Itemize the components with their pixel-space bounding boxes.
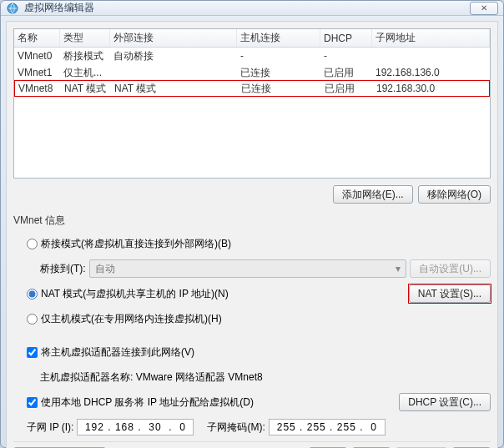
vmnet-info-label: VMnet 信息: [13, 214, 491, 228]
cell: VMnet8: [15, 83, 61, 94]
app-icon: [6, 2, 19, 15]
attach-adapter-label[interactable]: 将主机虚拟适配器连接到此网络(V): [41, 345, 194, 360]
bridged-radio[interactable]: [27, 239, 38, 249]
cell: 已连接: [237, 66, 320, 80]
attach-adapter-row: 将主机虚拟适配器连接到此网络(V): [13, 343, 491, 361]
add-network-button[interactable]: 添加网络(E)...: [333, 185, 413, 204]
cell: NAT 模式: [61, 82, 111, 96]
col-type[interactable]: 类型: [60, 29, 110, 47]
network-table: 名称 类型 外部连接 主机连接 DHCP 子网地址 VMnet0 桥接模式 自动…: [13, 28, 491, 179]
chevron-down-icon: ▾: [396, 263, 401, 274]
subnet-ip-label: 子网 IP (I):: [27, 420, 73, 435]
col-ext[interactable]: 外部连接: [110, 29, 237, 47]
col-dhcp[interactable]: DHCP: [320, 29, 372, 47]
use-dhcp-checkbox[interactable]: [27, 397, 38, 408]
table-header: 名称 类型 外部连接 主机连接 DHCP 子网地址: [14, 29, 490, 48]
bridged-to-row: 桥接到(T): 自动 ▾ 自动设置(U)...: [13, 259, 491, 278]
window-title: 虚拟网络编辑器: [24, 1, 470, 15]
cell: 自动桥接: [110, 49, 237, 63]
use-dhcp-label[interactable]: 使用本地 DHCP 服务将 IP 地址分配给虚拟机(D): [41, 395, 254, 410]
footer-buttons: 恢复默认设置(R) 确定 取消 应用(A) 帮助: [13, 441, 491, 448]
adapter-name-row: 主机虚拟适配器名称: VMware 网络适配器 VMnet8: [13, 368, 491, 386]
cell: VMnet1: [14, 67, 60, 78]
subnet-mask-input[interactable]: [269, 419, 386, 435]
cell: NAT 模式: [111, 82, 238, 96]
use-dhcp-row: 使用本地 DHCP 服务将 IP 地址分配给虚拟机(D) DHCP 设置(C).…: [13, 393, 491, 411]
cell: 已启用: [320, 66, 372, 80]
col-name[interactable]: 名称: [14, 29, 60, 47]
content-area: 名称 类型 外部连接 主机连接 DHCP 子网地址 VMnet0 桥接模式 自动…: [6, 21, 498, 448]
cell: 仅主机...: [60, 66, 110, 80]
subnet-mask-label: 子网掩码(M):: [207, 420, 265, 435]
auto-settings-button: 自动设置(U)...: [410, 259, 491, 278]
bridged-to-select: 自动 ▾: [89, 259, 407, 278]
remove-network-button[interactable]: 移除网络(O): [418, 185, 491, 204]
titlebar: 虚拟网络编辑器 ✕: [1, 1, 503, 16]
hostonly-radio[interactable]: [27, 314, 38, 325]
close-button[interactable]: ✕: [470, 2, 498, 15]
col-host[interactable]: 主机连接: [237, 29, 320, 47]
table-buttons: 添加网络(E)... 移除网络(O): [13, 182, 491, 209]
nat-settings-button[interactable]: NAT 设置(S)...: [409, 284, 491, 303]
nat-label[interactable]: NAT 模式(与虚拟机共享主机的 IP 地址)(N): [41, 287, 229, 301]
adapter-name-text: 主机虚拟适配器名称: VMware 网络适配器 VMnet8: [40, 370, 263, 385]
nat-settings-highlight: NAT 设置(S)...: [409, 284, 491, 303]
cell: -: [320, 50, 372, 62]
attach-adapter-checkbox[interactable]: [27, 347, 38, 358]
hostonly-mode-row: 仅主机模式(在专用网络内连接虚拟机)(H): [13, 310, 491, 328]
dhcp-settings-button[interactable]: DHCP 设置(C)...: [399, 393, 491, 411]
nat-mode-row: NAT 模式(与虚拟机共享主机的 IP 地址)(N) NAT 设置(S)...: [13, 284, 491, 303]
cell: 192.168.30.0: [373, 83, 489, 94]
cell: 192.168.136.0: [372, 67, 490, 78]
bridged-to-label: 桥接到(T):: [40, 262, 86, 276]
cell: 已连接: [238, 82, 321, 96]
nat-radio[interactable]: [27, 289, 38, 300]
col-subnet[interactable]: 子网地址: [372, 29, 490, 47]
cell: 桥接模式: [60, 49, 110, 63]
cell: VMnet0: [14, 50, 60, 62]
bridged-mode-row: 桥接模式(将虚拟机直接连接到外部网络)(B): [13, 234, 491, 253]
table-row[interactable]: VMnet1 仅主机... 已连接 已启用 192.168.136.0: [14, 64, 490, 81]
bridged-to-value: 自动: [95, 262, 115, 276]
cell: -: [237, 50, 320, 62]
bridged-label[interactable]: 桥接模式(将虚拟机直接连接到外部网络)(B): [41, 237, 231, 251]
hostonly-label[interactable]: 仅主机模式(在专用网络内连接虚拟机)(H): [41, 312, 222, 326]
table-row[interactable]: VMnet0 桥接模式 自动桥接 - -: [14, 48, 490, 64]
window: 虚拟网络编辑器 ✕ 名称 类型 外部连接 主机连接 DHCP 子网地址 VMne…: [0, 0, 504, 448]
subnet-ip-input[interactable]: [77, 419, 194, 435]
table-row-selected[interactable]: VMnet8 NAT 模式 NAT 模式 已连接 已启用 192.168.30.…: [14, 80, 490, 97]
cell: 已启用: [321, 82, 373, 96]
close-icon: ✕: [481, 3, 487, 13]
subnet-row: 子网 IP (I): 子网掩码(M):: [13, 418, 491, 436]
